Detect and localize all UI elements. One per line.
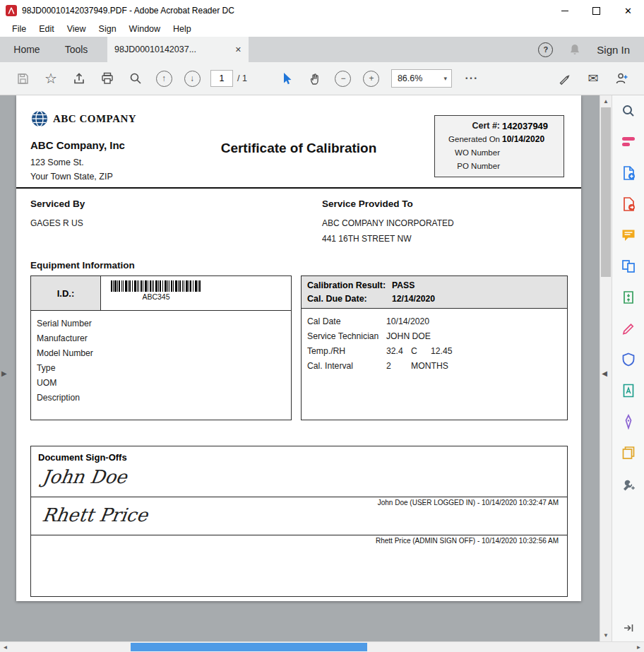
- share-button[interactable]: [65, 66, 93, 90]
- find-button[interactable]: [121, 66, 150, 90]
- signoffs-box: Document Sign-Offs John Doe John Doe (US…: [30, 446, 568, 597]
- hand-icon: [308, 71, 322, 85]
- search-tools-button[interactable]: [612, 95, 644, 126]
- hand-tool-button[interactable]: [301, 66, 329, 90]
- tools-sidebar: [612, 95, 644, 641]
- close-button[interactable]: ✕: [612, 0, 644, 21]
- menu-sign[interactable]: Sign: [93, 24, 123, 34]
- zoom-in-button[interactable]: +: [357, 66, 386, 90]
- email-button[interactable]: ✉: [579, 66, 607, 90]
- menu-window[interactable]: Window: [123, 24, 167, 34]
- maximize-button[interactable]: [580, 0, 612, 21]
- close-icon: ✕: [624, 6, 632, 16]
- rh-value: 12.45: [431, 344, 453, 359]
- pen-icon: [558, 71, 572, 85]
- calibration-body: Cal Date10/14/2020 Service TechnicianJOH…: [302, 309, 567, 374]
- barcode: [111, 280, 201, 292]
- stamp-button[interactable]: [612, 437, 644, 468]
- window-title: 98JD00010142037949.PDF - Adobe Acrobat R…: [22, 6, 549, 16]
- menu-file[interactable]: File: [6, 24, 32, 34]
- combine-files-button[interactable]: [612, 251, 644, 282]
- menu-help[interactable]: Help: [167, 24, 198, 34]
- organize-pages-button[interactable]: [612, 126, 644, 158]
- help-button[interactable]: ?: [538, 42, 553, 57]
- sign-in-button[interactable]: Sign In: [597, 44, 630, 56]
- notifications-bell-icon[interactable]: [568, 43, 581, 57]
- signature-john-doe: John Doe: [41, 466, 129, 487]
- arrow-up-icon: ↑: [156, 71, 172, 87]
- edit-pdf-icon: [621, 321, 636, 336]
- po-number-label: PO Number: [435, 160, 502, 173]
- header-divider: [16, 187, 581, 189]
- search-tools-icon: [621, 103, 636, 119]
- temp-value: 32.4: [386, 344, 411, 359]
- expand-tools-panel-button[interactable]: [612, 617, 644, 639]
- globe-icon: [30, 109, 49, 128]
- combine-files-icon: [621, 259, 636, 274]
- select-tool-button[interactable]: [273, 66, 301, 90]
- field-description: Description: [37, 391, 291, 405]
- main-toolbar: ☆ ↑ ↓ / 1 − + 86.6% ▾ ···: [0, 62, 644, 95]
- sign-document-button[interactable]: [551, 66, 579, 90]
- tab-document[interactable]: 98JD00010142037... ✕: [107, 37, 249, 62]
- horizontal-scrollbar[interactable]: ◄ ►: [0, 641, 644, 652]
- compress-pdf-button[interactable]: [612, 282, 644, 313]
- zoom-out-button[interactable]: −: [329, 66, 357, 90]
- more-options-button[interactable]: ···: [458, 66, 486, 90]
- export-pdf-button[interactable]: [612, 189, 644, 220]
- more-tools-button-sidebar[interactable]: [612, 468, 644, 499]
- comment-button[interactable]: [612, 220, 644, 251]
- menu-edit[interactable]: Edit: [32, 24, 61, 34]
- page-number-input[interactable]: [210, 70, 233, 87]
- document-canvas[interactable]: ABC COMPANY ABC Company, Inc 123 Some St…: [0, 95, 600, 641]
- scroll-right-button[interactable]: ►: [633, 642, 644, 652]
- scan-ocr-button[interactable]: [612, 375, 644, 406]
- document-tab-label: 98JD00010142037...: [114, 45, 196, 54]
- wo-number-label: WO Number: [435, 146, 502, 160]
- cal-date-value: 10/14/2020: [386, 314, 429, 329]
- calibration-box: Calibration Result:PASS Cal. Due Date:12…: [301, 275, 568, 420]
- barcode-text: ABC345: [111, 292, 201, 301]
- save-icon: [16, 72, 30, 85]
- equipment-id-header: I.D.: ABC345: [31, 276, 291, 311]
- vertical-scroll-thumb[interactable]: [601, 107, 611, 277]
- previous-page-button[interactable]: ↑: [150, 66, 178, 90]
- save-button[interactable]: [8, 66, 37, 90]
- horizontal-scroll-thumb[interactable]: [131, 643, 367, 651]
- id-label: I.D.:: [31, 276, 101, 310]
- serviced-by-label: Serviced By: [30, 198, 85, 209]
- cert-info-box: Cert #:142037949 Generated On10/14/2020 …: [434, 115, 564, 177]
- scroll-down-button[interactable]: ▼: [600, 629, 612, 641]
- share-with-others-button[interactable]: [607, 66, 636, 90]
- zoom-level-select[interactable]: 86.6% ▾: [391, 69, 452, 88]
- fill-sign-button[interactable]: [612, 406, 644, 437]
- printer-icon: [100, 71, 114, 85]
- next-page-button[interactable]: ↓: [178, 66, 206, 90]
- equipment-heading: Equipment Information: [30, 260, 135, 271]
- scroll-up-button[interactable]: ▲: [600, 95, 612, 107]
- print-button[interactable]: [93, 66, 121, 90]
- cert-number-label: Cert #:: [435, 119, 502, 133]
- vertical-scrollbar[interactable]: ▲ ▼: [600, 95, 612, 641]
- tab-tools[interactable]: Tools: [54, 37, 99, 62]
- menu-view[interactable]: View: [61, 24, 93, 34]
- tab-home[interactable]: Home: [0, 37, 54, 62]
- title-bar: 98JD00010142037949.PDF - Adobe Acrobat R…: [0, 0, 644, 21]
- favorites-button[interactable]: ☆: [37, 66, 65, 90]
- signature-line-1: [31, 497, 567, 497]
- arrow-down-icon: ↓: [184, 71, 201, 87]
- minimize-button[interactable]: [549, 0, 580, 21]
- expand-panel-icon: [622, 622, 635, 634]
- stamp-pages-icon: [621, 445, 636, 461]
- left-panel-toggle[interactable]: ▶: [1, 369, 7, 377]
- tab-close-icon[interactable]: ✕: [235, 45, 242, 54]
- acrobat-window: 98JD00010142037949.PDF - Adobe Acrobat R…: [0, 0, 644, 652]
- edit-pdf-button[interactable]: [612, 313, 644, 344]
- scroll-left-button[interactable]: ◄: [0, 642, 11, 652]
- tools-panel-collapse-toggle[interactable]: ◀: [602, 369, 607, 377]
- field-serial-number: Serial Number: [37, 316, 291, 331]
- person-add-icon: [614, 71, 628, 85]
- protect-pdf-button[interactable]: [612, 344, 644, 375]
- maximize-icon: [592, 7, 600, 15]
- create-pdf-button[interactable]: [612, 158, 644, 189]
